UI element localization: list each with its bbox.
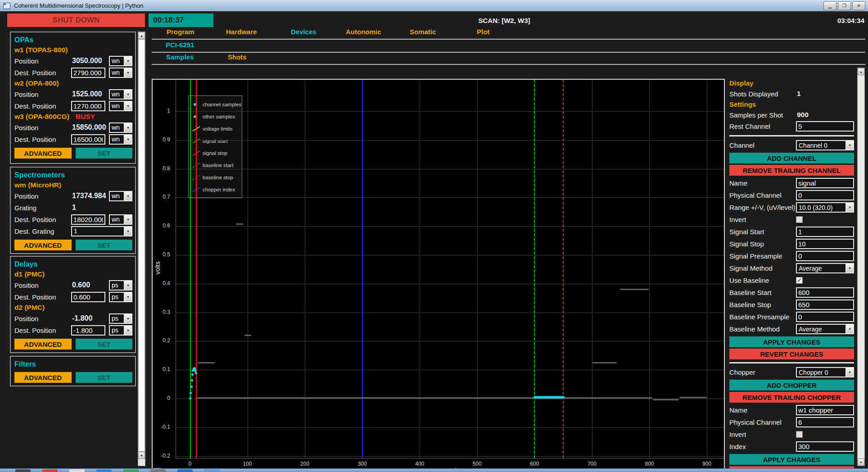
scroll-down-icon[interactable]: ▼ (858, 458, 864, 466)
chevron-down-icon[interactable]: ▼ (845, 141, 853, 150)
scroll-up-icon[interactable]: ▲ (858, 68, 864, 75)
units-dropdown[interactable]: ps▼ (109, 280, 132, 290)
units-dropdown[interactable]: ps▼ (109, 292, 132, 302)
chevron-down-icon[interactable]: ▼ (124, 326, 131, 335)
physical-channel-input[interactable] (796, 190, 854, 200)
index-input[interactable] (796, 441, 854, 452)
add-chopper-button[interactable]: ADD CHOPPER (729, 380, 854, 390)
signal-method-dropdown[interactable]: Average▼ (796, 263, 854, 273)
taskbar-app-icon[interactable] (96, 469, 112, 472)
chevron-down-icon[interactable]: ▼ (124, 293, 131, 301)
signal-stop-input[interactable] (796, 239, 854, 249)
chevron-down-icon[interactable]: ▼ (124, 227, 131, 236)
taskbar-app-icon[interactable] (150, 469, 166, 472)
units-dropdown[interactable]: wn▼ (109, 134, 132, 145)
chevron-down-icon[interactable]: ▼ (124, 314, 131, 323)
chevron-down-icon[interactable]: ▼ (124, 68, 131, 77)
dest-position-input[interactable] (71, 325, 105, 336)
dest-position-input[interactable] (71, 101, 105, 111)
add-channel-button[interactable]: ADD CHANNEL (729, 153, 854, 163)
dest-grating-dropdown[interactable]: 1▼ (71, 226, 132, 236)
tab-shots[interactable]: Shots (228, 53, 247, 61)
scrollbar-thumb[interactable] (138, 39, 145, 452)
chevron-down-icon[interactable]: ▼ (124, 123, 131, 132)
close-icon[interactable]: ✕ (852, 1, 865, 10)
units-dropdown[interactable]: ps▼ (109, 325, 132, 336)
taskbar-app-icon[interactable] (204, 469, 220, 472)
chopper-name-input[interactable] (796, 405, 854, 415)
set-button[interactable]: SET (76, 339, 133, 349)
dest-position-input[interactable] (71, 68, 105, 78)
taskbar-app-icon[interactable] (42, 469, 58, 472)
units-dropdown[interactable]: wn▼ (109, 101, 132, 111)
advanced-button[interactable]: ADVANCED (14, 148, 72, 159)
dest-position-input[interactable] (71, 292, 105, 302)
units-dropdown[interactable]: wn▼ (109, 214, 132, 225)
chevron-down-icon[interactable]: ▼ (845, 325, 853, 333)
tab-plot[interactable]: Plot (477, 28, 489, 36)
chevron-down-icon[interactable]: ▼ (124, 281, 131, 290)
minimize-icon[interactable]: ▁ (823, 1, 836, 10)
tab-devices[interactable]: Devices (291, 28, 316, 36)
chevron-down-icon[interactable]: ▼ (124, 192, 131, 200)
channel-name-input[interactable] (796, 178, 854, 188)
taskbar-app-icon[interactable] (15, 469, 31, 472)
set-button[interactable]: SET (76, 148, 133, 159)
baseline-method-dropdown[interactable]: Average▼ (796, 324, 854, 334)
revert-changes-button[interactable]: REVERT CHANGES (729, 349, 854, 359)
chevron-down-icon[interactable]: ▼ (124, 135, 131, 144)
range-dropdown[interactable]: 10.0 (320.0)▼ (796, 202, 854, 213)
baseline-presample-input[interactable] (796, 312, 854, 322)
chevron-down-icon[interactable]: ▼ (845, 264, 853, 272)
units-dropdown[interactable]: ps▼ (109, 313, 132, 324)
chevron-down-icon[interactable]: ▼ (124, 215, 131, 224)
tab-hardware[interactable]: Hardware (226, 28, 257, 36)
advanced-button[interactable]: ADVANCED (14, 240, 72, 250)
chopper-physical-channel-input[interactable] (796, 417, 854, 427)
chevron-down-icon[interactable]: ▼ (124, 102, 131, 110)
apply-changes-button[interactable]: APPLY CHANGES (729, 336, 854, 347)
baseline-start-input[interactable] (796, 287, 854, 298)
tab-program[interactable]: Program (167, 28, 194, 36)
hardware-scrollbar[interactable]: ▲ ▼ (138, 32, 145, 466)
tab-pci-6251[interactable]: PCI-6251 (166, 41, 194, 49)
remove-trailing-chopper-button[interactable]: REMOVE TRAILING CHOPPER (729, 392, 854, 403)
plot-canvas[interactable]: volts sample A channel samplesother samp… (153, 80, 724, 472)
title-bar[interactable]: Coherent Multidimensional Spectroscopy |… (0, 0, 868, 12)
scroll-down-icon[interactable]: ▼ (138, 452, 145, 459)
units-dropdown[interactable]: wn▼ (109, 89, 132, 100)
tab-samples[interactable]: Samples (166, 53, 194, 61)
dest-position-input[interactable] (71, 134, 105, 145)
advanced-button[interactable]: ADVANCED (14, 339, 72, 349)
tab-autonomic[interactable]: Autonomic (346, 28, 381, 36)
set-button[interactable]: SET (76, 240, 133, 250)
sidebar-scrollbar[interactable]: ▲ ▼ (857, 68, 865, 466)
restore-icon[interactable]: ❐ (838, 1, 851, 10)
invert-checkbox[interactable]: ✓ (796, 216, 803, 223)
chevron-down-icon[interactable]: ▼ (845, 203, 853, 212)
channel-dropdown[interactable]: Channel 0▼ (796, 140, 854, 150)
tab-somatic[interactable]: Somatic (410, 28, 436, 36)
chevron-down-icon[interactable]: ▼ (845, 368, 853, 377)
taskbar-app-icon[interactable] (69, 469, 85, 472)
baseline-stop-input[interactable] (796, 300, 854, 310)
chopper-invert-checkbox[interactable]: ✓ (796, 431, 803, 438)
signal-presample-input[interactable] (796, 251, 854, 261)
rest-channel-input[interactable] (796, 121, 854, 132)
taskbar-app-icon[interactable] (177, 469, 193, 472)
units-dropdown[interactable]: wn▼ (109, 123, 132, 133)
units-dropdown[interactable]: wn▼ (109, 68, 132, 78)
units-dropdown[interactable]: wn▼ (109, 191, 132, 201)
chevron-down-icon[interactable]: ▼ (124, 57, 131, 65)
signal-start-input[interactable] (796, 227, 854, 237)
remove-trailing-channel-button[interactable]: REMOVE TRAILING CHANNEL (729, 165, 854, 176)
chopper-dropdown[interactable]: Chopper 0▼ (796, 367, 854, 377)
units-dropdown[interactable]: wn▼ (109, 56, 132, 66)
shutdown-button[interactable]: SHUT DOWN (7, 14, 145, 27)
taskbar-app-icon[interactable] (123, 469, 139, 472)
apply-chopper-changes-button[interactable]: APPLY CHANGES (729, 454, 854, 465)
advanced-button[interactable]: ADVANCED (14, 372, 72, 383)
windows-taskbar[interactable] (0, 468, 868, 472)
set-button[interactable]: SET (76, 372, 133, 383)
samples-plot[interactable]: volts sample A channel samplesother samp… (152, 79, 725, 472)
